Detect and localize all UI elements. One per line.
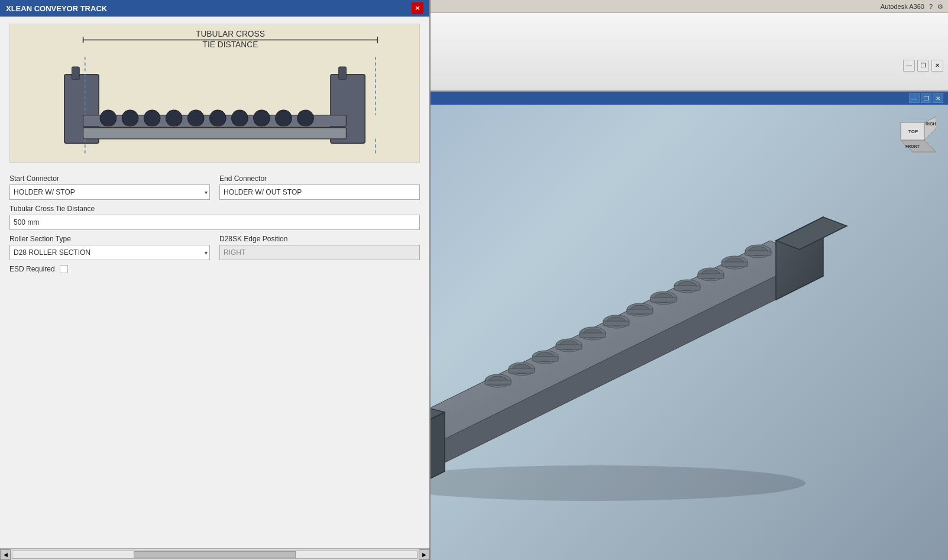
svg-text:FRONT: FRONT [905,144,920,148]
d28sk-input [219,245,420,260]
svg-point-56 [232,110,248,127]
svg-rect-85 [674,286,700,290]
dialog-titlebar: XLEAN CONVEYOR TRACK ✕ [0,0,429,17]
connector-row: Start Connector HOLDER W/ STOP HOLDER W/… [9,174,420,200]
svg-point-55 [210,110,227,127]
view-restore-button[interactable]: ❐ [921,93,931,103]
svg-text:TOP: TOP [908,129,918,134]
start-connector-col: Start Connector HOLDER W/ STOP HOLDER W/… [9,174,210,200]
svg-rect-76 [745,251,771,255]
svg-point-53 [166,110,182,127]
autodesk-a360-link[interactable]: Autodesk A360 [881,3,924,10]
view-cube[interactable]: TOP RIGHT FRONT [889,111,936,158]
tubular-input[interactable] [9,215,420,230]
svg-text:TUBULAR CROSS: TUBULAR CROSS [196,30,265,38]
svg-text:RIGHT: RIGHT [926,122,936,126]
help-icon[interactable]: ? [929,3,933,10]
svg-point-58 [276,110,292,127]
start-connector-select[interactable]: HOLDER W/ STOP HOLDER W/ OUT STOP NONE [9,184,210,200]
view-close-button[interactable]: ✕ [933,93,943,103]
scroll-track-h[interactable] [12,551,418,559]
svg-point-57 [254,110,270,127]
svg-rect-94 [603,321,629,326]
esd-checkbox-row: ESD Required [9,265,420,273]
end-connector-label: End Connector [219,174,420,183]
svg-rect-91 [627,309,653,314]
svg-rect-82 [698,274,724,279]
dialog-close-button[interactable]: ✕ [412,2,423,14]
roller-section-wrap: D28 ROLLER SECTION D50 ROLLER SECTION ▾ [9,245,210,260]
svg-point-52 [144,110,160,127]
svg-rect-106 [509,368,535,373]
roller-row: Roller Section Type D28 ROLLER SECTION D… [9,235,420,260]
view-minimize-button[interactable]: — [909,93,920,103]
start-connector-label: Start Connector [9,174,210,183]
svg-rect-88 [651,297,677,302]
end-connector-col: End Connector [219,174,420,200]
ribbon-close-button[interactable]: ✕ [931,60,943,72]
svg-text:TIE DISTANCE: TIE DISTANCE [203,40,258,49]
scroll-thumb-h[interactable] [134,551,296,558]
settings-icon[interactable]: ⚙ [937,3,943,11]
svg-rect-45 [72,67,80,79]
start-connector-wrap: HOLDER W/ STOP HOLDER W/ OUT STOP NONE ▾ [9,184,210,200]
d28sk-col: D28SK Edge Position [219,235,420,260]
svg-point-51 [122,110,138,127]
svg-point-59 [297,110,314,127]
svg-rect-100 [556,345,582,349]
svg-marker-71 [386,258,811,471]
d28sk-label: D28SK Edge Position [219,235,420,243]
ribbon-minimize-button[interactable]: — [903,60,915,72]
scroll-left-button[interactable]: ◀ [0,549,11,560]
tubular-label: Tubular Cross Tie Distance [9,205,420,213]
roller-section-col: Roller Section Type D28 ROLLER SECTION D… [9,235,210,260]
esd-col: ESD Required [9,265,420,273]
svg-rect-79 [721,262,748,267]
svg-rect-97 [580,333,606,338]
scroll-right-button[interactable]: ▶ [419,549,429,560]
roller-section-select[interactable]: D28 ROLLER SECTION D50 ROLLER SECTION [9,245,210,260]
esd-label: ESD Required [9,265,55,273]
svg-marker-72 [386,241,811,448]
roller-section-label: Roller Section Type [9,235,210,243]
dialog-panel: XLEAN CONVEYOR TRACK ✕ TUBULAR CROSS TIE… [0,0,431,560]
end-connector-input[interactable] [219,184,420,200]
dialog-title: XLEAN CONVEYOR TRACK [6,4,107,13]
esd-row: ESD Required [9,265,420,273]
tubular-row: Tubular Cross Tie Distance [9,205,420,230]
view-window-controls: — ❐ ✕ [909,93,943,103]
autodesk-brand: Autodesk A360 ? ⚙ [876,0,948,13]
esd-checkbox[interactable] [60,265,68,273]
tubular-col: Tubular Cross Tie Distance [9,205,420,230]
form-area: Start Connector HOLDER W/ STOP HOLDER W/… [0,170,429,548]
conveyor-preview: TUBULAR CROSS TIE DISTANCE [9,24,420,163]
svg-rect-47 [339,67,347,79]
svg-rect-49 [83,128,347,139]
svg-rect-103 [532,357,558,361]
svg-point-50 [100,110,117,127]
dialog-scrollbar-h: ◀ ▶ [0,548,429,560]
ribbon-restore-button[interactable]: ❐ [917,60,929,72]
svg-point-54 [187,110,204,127]
svg-rect-109 [485,380,511,385]
svg-marker-65 [924,116,936,140]
